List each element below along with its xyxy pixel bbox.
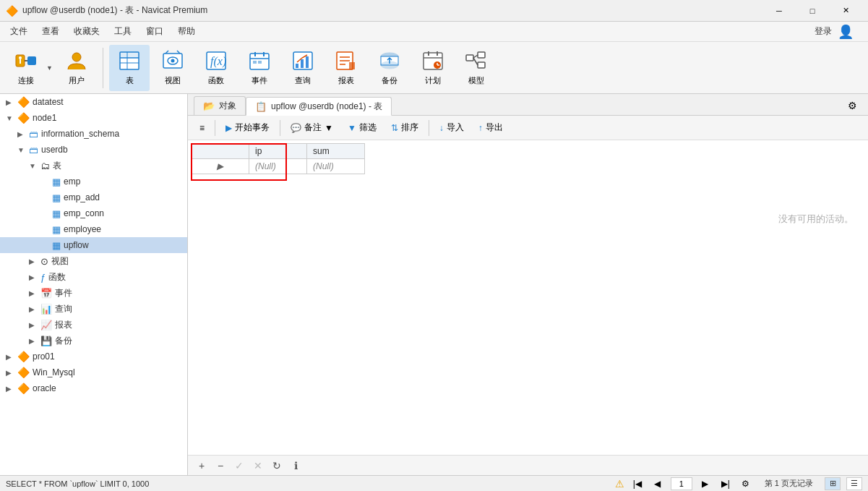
sidebar-label-views: 视图 [51,255,69,268]
warning-icon: ⚠ [615,478,624,490]
prev-page-button[interactable]: ◀ [650,477,665,490]
sidebar-item-employee[interactable]: ▦ employee [0,221,187,237]
sidebar-item-emp[interactable]: ▦ emp [0,174,187,189]
svg-text:f(x): f(x) [210,55,226,68]
connect-button[interactable]: 连接 [6,45,46,91]
transaction-icon: ▶ [225,123,232,133]
view-button[interactable]: 视图 [152,45,193,91]
menu-bar: 文件 查看 收藏夹 工具 窗口 帮助 登录 👤 [0,22,868,42]
sidebar-label-pro01: pro01 [33,351,55,362]
backup-button[interactable]: 备份 [369,45,410,91]
expand-icon: ▶ [6,385,17,393]
col-header-sum[interactable]: sum [307,144,365,159]
delete-row-button[interactable]: − [212,458,228,474]
func-button[interactable]: f(x) 函数 [196,45,236,91]
col-header-ip[interactable]: ip [249,144,307,159]
sidebar-item-information-schema[interactable]: ▶ 🗃 information_schema [0,126,187,142]
export-button[interactable]: ↑ 导出 [473,119,509,137]
tab-actions: ⚙ [842,96,862,115]
svg-point-13 [171,59,175,63]
report-icon: 📈 [40,320,52,330]
confirm-button[interactable]: ✓ [231,458,247,474]
tab-objects[interactable]: 📂 对象 [194,96,246,115]
sidebar-item-node1[interactable]: ▼ 🔶 node1 [0,110,187,126]
event-button[interactable]: 事件 [239,45,280,91]
sort-button[interactable]: ⇅ 排序 [385,119,424,137]
menu-help[interactable]: 帮助 [171,22,202,40]
svg-point-5 [72,53,81,61]
sidebar-item-events[interactable]: ▶ 📅 事件 [0,285,187,301]
next-page-button[interactable]: ▶ [698,477,713,490]
minimize-button[interactable]: ─ [762,0,796,22]
sidebar-label-emp-conn: emp_conn [64,208,104,218]
menu-window[interactable]: 窗口 [139,22,171,40]
tab-upflow-table[interactable]: 📋 upflow @userdb (node1) - 表 [246,97,392,116]
menu-button[interactable]: ≡ [194,119,210,137]
last-page-button[interactable]: ▶| [718,477,733,490]
tab-table-icon: 📋 [255,101,267,112]
object-toolbar: ≡ ▶ 开始事务 💬 备注 ▼ ▼ 筛选 ⇅ 排序 ↓ [188,116,868,140]
sidebar-item-emp-conn[interactable]: ▦ emp_conn [0,205,187,221]
import-button[interactable]: ↓ 导入 [434,119,470,137]
filter-button[interactable]: ▼ 筛选 [342,119,382,137]
menu-view[interactable]: 查看 [35,22,66,40]
title-bar: 🔶 upflow @userdb (node1) - 表 - Navicat P… [0,0,868,22]
sidebar-item-win-mysql[interactable]: ▶ 🔶 Win_Mysql [0,364,187,380]
tab-action-button[interactable]: ⚙ [842,96,862,115]
import-icon: ↓ [439,123,444,133]
expand-icon: ▶ [29,257,40,265]
sidebar-item-emp-add[interactable]: ▦ emp_add [0,189,187,205]
close-button[interactable]: ✕ [829,0,862,22]
report-button[interactable]: 报表 [326,45,366,91]
svg-rect-3 [27,56,36,65]
sidebar-item-userdb[interactable]: ▼ 🗃 userdb [0,142,187,158]
cell-ip[interactable]: (Null) [249,159,307,174]
toolbar: 连接 ▼ 用户 表 [0,42,868,94]
sidebar-label-datatest: datatest [33,97,64,107]
col-header-indicator [192,144,249,159]
cell-sum[interactable]: (Null) [307,159,365,174]
sidebar-item-oracle[interactable]: ▶ 🔶 oracle [0,380,187,396]
user-button[interactable]: 用户 [56,45,97,91]
settings-button[interactable]: ⚙ [739,477,753,490]
menu-tools[interactable]: 工具 [107,22,139,40]
menu-file[interactable]: 文件 [3,22,35,40]
add-row-button[interactable]: + [194,458,210,474]
tab-objects-label: 对象 [219,100,236,112]
schedule-button[interactable]: 计划 [413,45,453,91]
sidebar-item-views[interactable]: ▶ ⊙ 视图 [0,253,187,269]
maximize-button[interactable]: □ [796,0,829,22]
login-label[interactable]: 登录 [815,25,832,38]
refresh-button[interactable]: ↻ [269,458,285,474]
main-area: ▶ 🔶 datatest ▼ 🔶 node1 ▶ 🗃 information_s… [0,94,868,475]
report-icon [335,49,358,72]
transaction-button[interactable]: ▶ 开始事务 [220,119,275,137]
sidebar-item-queries[interactable]: ▶ 📊 查询 [0,301,187,317]
page-info: 第 1 页无记录 [765,478,813,489]
comment-button[interactable]: 💬 备注 ▼ [285,119,339,137]
menu-favorites[interactable]: 收藏夹 [66,22,107,40]
svg-rect-23 [258,61,262,64]
sidebar-item-pro01[interactable]: ▶ 🔶 pro01 [0,349,187,364]
info-button[interactable]: ℹ [288,458,304,474]
form-view-button[interactable]: ☰ [846,477,862,490]
data-table: ip sum ▶ (Null) (Null) [191,143,365,174]
connect-dropdown[interactable]: ▼ [46,64,53,72]
grid-view-button[interactable]: ⊞ [825,477,841,490]
oracle-icon: 🔶 [17,383,30,394]
sidebar-item-tables[interactable]: ▼ 🗂 表 [0,158,187,174]
table-button[interactable]: 表 [109,45,150,91]
cancel-button[interactable]: ✕ [250,458,266,474]
sidebar-item-upflow[interactable]: ▦ upflow [0,237,187,253]
sidebar-item-funcs[interactable]: ▶ ƒ 函数 [0,269,187,285]
query-button[interactable]: 查询 [283,45,323,91]
expand-icon: ▼ [29,162,40,170]
sidebar-item-backups[interactable]: ▶ 💾 备份 [0,333,187,349]
tab-table-label: upflow @userdb (node1) - 表 [271,101,382,113]
svg-rect-44 [478,52,485,58]
page-number-input[interactable] [671,477,692,490]
first-page-button[interactable]: |◀ [630,477,645,490]
model-button[interactable]: 模型 [456,45,497,91]
sidebar-item-reports[interactable]: ▶ 📈 报表 [0,317,187,333]
sidebar-item-datatest[interactable]: ▶ 🔶 datatest [0,94,187,110]
